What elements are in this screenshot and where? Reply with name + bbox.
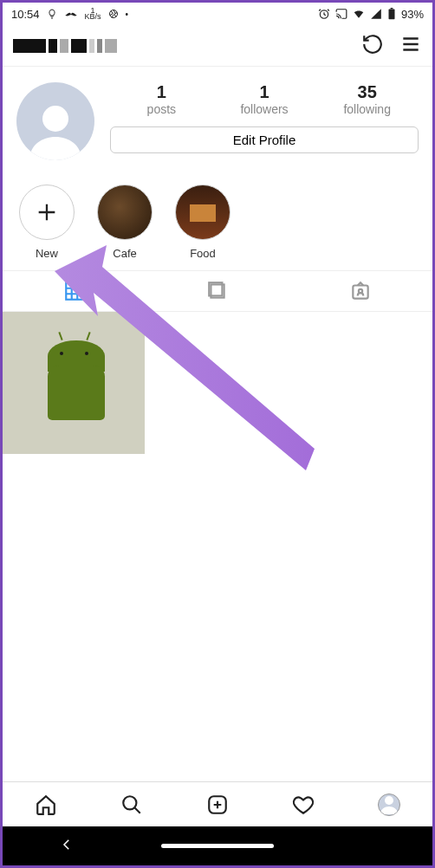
svg-rect-8 [354,286,368,299]
tab-tagged[interactable] [289,271,432,311]
stat-following-count: 35 [315,82,419,102]
redacted-segment [71,39,87,53]
stat-followers[interactable]: 1 followers [213,82,316,116]
redacted-segment [13,39,46,53]
svg-rect-5 [66,282,83,300]
app-bar [3,25,432,67]
highlight-new[interactable]: New [18,185,75,260]
status-bar: 10:54 1 KB/s • 93% [3,3,432,25]
activity-icon[interactable] [361,33,384,59]
stats-row: 1 posts 1 followers 35 following [110,82,419,116]
highlight-cafe-label: Cafe [113,247,136,260]
stat-posts-count: 1 [110,82,213,102]
alarm-icon [318,8,330,20]
sys-back-button[interactable] [59,837,75,856]
status-right: 93% [318,8,424,21]
redacted-segment [89,39,94,53]
profile-section: 1 posts 1 followers 35 following Edit Pr… [3,67,432,167]
highlight-new-label: New [36,247,58,260]
mustache-icon [64,10,78,18]
highlight-food[interactable]: Food [174,185,231,260]
redacted-segment [49,39,57,53]
redacted-segment [60,39,68,53]
system-nav [3,826,432,865]
stat-posts-label: posts [110,102,213,116]
nav-search[interactable] [88,782,174,826]
highlight-food-thumb [175,185,230,240]
highlight-food-label: Food [190,247,216,260]
redacted-segment [97,39,102,53]
redacted-segment [105,39,117,53]
status-left: 10:54 1 KB/s • [11,8,128,21]
stat-posts[interactable]: 1 posts [110,82,213,116]
svg-point-0 [109,10,117,18]
stat-following-label: following [315,102,419,116]
plus-icon [19,185,75,240]
nav-add[interactable] [174,782,260,826]
profile-tabs [3,270,432,312]
nav-activity[interactable] [261,782,347,826]
svg-point-11 [123,796,136,809]
stat-followers-count: 1 [213,82,316,102]
wifi-icon [353,8,365,20]
svg-rect-2 [388,9,394,19]
svg-point-4 [42,106,68,132]
nav-profile-avatar [378,794,400,816]
signal-icon [370,8,382,20]
post-thumb[interactable] [3,312,145,454]
dot-icon: • [126,10,129,19]
avatar[interactable] [16,82,94,160]
battery-icon [387,8,396,20]
status-time: 10:54 [11,8,40,21]
nav-home[interactable] [3,782,88,826]
highlights-row: New Cafe Food [3,167,432,270]
network-speed: 1 KB/s [85,8,101,20]
menu-icon[interactable] [399,33,422,59]
stat-followers-label: followers [213,102,316,116]
bottom-nav [3,781,432,826]
username[interactable] [13,39,117,53]
tab-feed[interactable] [146,271,289,311]
nav-profile[interactable] [347,782,432,826]
highlight-cafe[interactable]: Cafe [96,185,153,260]
svg-rect-3 [391,8,393,9]
highlight-cafe-thumb [97,185,153,240]
posts-grid [3,312,432,454]
svg-point-13 [385,796,393,805]
sys-home-pill[interactable] [161,844,274,848]
stat-following[interactable]: 35 following [315,82,419,116]
cast-icon [335,8,347,20]
tab-grid[interactable] [3,271,146,311]
aperture-icon [108,9,119,19]
edit-profile-button[interactable]: Edit Profile [110,126,419,153]
bulb-icon [47,9,57,19]
battery-pct: 93% [401,8,424,21]
